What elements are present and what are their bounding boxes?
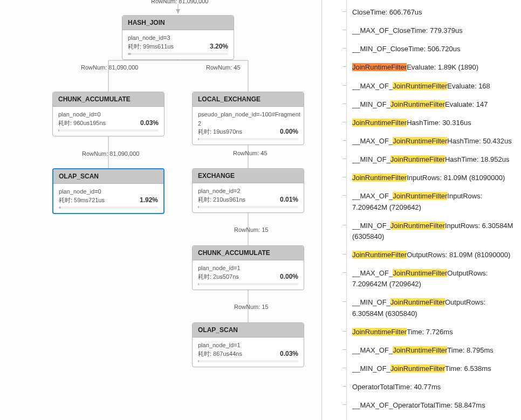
edge-label-chunk-left: RowNum: 81,090,000	[82, 150, 139, 157]
node-time: 耗时: 59ms721us	[59, 196, 105, 204]
progress-fill	[198, 206, 199, 208]
metric-item[interactable]: __MIN_OF_CloseTime: 506.720us	[337, 40, 521, 58]
node-title: OLAP_SCAN	[53, 169, 163, 184]
highlight-token: JoinRuntimeFilter	[393, 82, 447, 90]
highlight-token: JoinRuntimeFilter	[390, 298, 445, 306]
node-title: CHUNK_ACCUMULATE	[53, 92, 164, 107]
node-title: LOCAL_EXCHANGE	[193, 92, 304, 107]
edge-label-hj-right: RowNum: 45	[206, 64, 241, 71]
svg-marker-1	[176, 9, 180, 13]
edge-label-top: RowNum: 81,090,000	[151, 0, 208, 4]
node-pct: 0.00%	[280, 273, 298, 280]
metric-item[interactable]: JoinRuntimeFilterHashTime: 30.316us	[337, 114, 521, 132]
metric-item[interactable]: JoinRuntimeFilterOutputRows: 81.09M (810…	[337, 246, 521, 264]
metric-item[interactable]: CloseTime: 606.767us	[337, 3, 521, 22]
highlight-token: JoinRuntimeFilter	[393, 137, 447, 145]
metric-item[interactable]: __MAX_OF_OperatorTotalTime: 58.847ms	[337, 396, 521, 415]
node-sub: pseudo_plan_node_id=-100#Fragment 2	[198, 110, 298, 128]
highlight-token: JoinRuntimeFilter	[352, 328, 407, 336]
progress-fill	[128, 53, 131, 55]
node-pct: 0.03%	[280, 350, 298, 357]
highlight-token: JoinRuntimeFilter	[393, 192, 447, 200]
node-title: HASH_JOIN	[122, 16, 234, 30]
node-pct: 0.01%	[280, 196, 298, 203]
node-title: EXCHANGE	[193, 169, 304, 183]
highlight-token: JoinRuntimeFilter	[393, 269, 447, 277]
metric-item[interactable]: __MAX_OF_CloseTime: 779.379us	[337, 22, 521, 40]
progress-fill	[58, 129, 59, 132]
node-hash-join[interactable]: HASH_JOIN plan_node_id=3 耗时: 99ms611us 3…	[122, 15, 234, 60]
metric-item[interactable]: JoinRuntimeFilterEvaluate: 1.89K (1890)	[337, 58, 521, 77]
node-time: 耗时: 2us507ns	[198, 273, 239, 281]
metric-item[interactable]: __MIN_OF_JoinRuntimeFilterHashTime: 18.9…	[337, 150, 521, 169]
node-olap-scan-left[interactable]: OLAP_SCAN plan_node_id=0 耗时: 59ms721us 1…	[52, 168, 164, 214]
highlight-token: JoinRuntimeFilter	[393, 346, 447, 354]
metrics-list: CloseTime: 606.767us__MAX_OF_CloseTime: …	[337, 3, 521, 420]
node-time: 耗时: 960us195ns	[58, 119, 106, 127]
highlight-token: JoinRuntimeFilter	[390, 155, 445, 163]
node-exchange[interactable]: EXCHANGE plan_node_id=2 耗时: 210us961ns 0…	[192, 168, 304, 213]
metric-item[interactable]: __MIN_OF_OperatorTotalTime: 28.792ms	[337, 415, 521, 420]
metric-item[interactable]: OperatorTotalTime: 40.77ms	[337, 378, 521, 396]
node-pct: 3.20%	[210, 43, 228, 50]
metric-item[interactable]: __MAX_OF_JoinRuntimeFilterInputRows: 7.2…	[337, 187, 521, 216]
progress-fill	[198, 360, 199, 362]
node-olap-scan-right[interactable]: OLAP_SCAN plan_node_id=1 耗时: 867us44ns 0…	[192, 322, 304, 367]
metric-item[interactable]: __MAX_OF_JoinRuntimeFilterHashTime: 50.4…	[337, 132, 521, 150]
edge-label-exchange: RowNum: 15	[234, 226, 269, 233]
metric-item[interactable]: JoinRuntimeFilterTime: 7.726ms	[337, 323, 521, 341]
metric-item[interactable]: __MAX_OF_JoinRuntimeFilterTime: 8.795ms	[337, 341, 521, 360]
node-sub: plan_node_id=1	[198, 341, 298, 350]
edge-label-hj-left: RowNum: 81,090,000	[81, 64, 138, 71]
node-local-exchange[interactable]: LOCAL_EXCHANGE pseudo_plan_node_id=-100#…	[192, 92, 304, 145]
node-sub: plan_node_id=3	[128, 33, 228, 43]
node-title: CHUNK_ACCUMULATE	[193, 246, 304, 260]
edge-label-localex: RowNum: 45	[233, 150, 268, 156]
vertical-rule	[346, 0, 347, 420]
highlight-token: JoinRuntimeFilter	[352, 251, 407, 259]
node-sub: plan_node_id=2	[198, 187, 298, 196]
node-sub: plan_node_id=0	[59, 187, 158, 196]
metric-item[interactable]: __MIN_OF_JoinRuntimeFilterOutputRows: 6.…	[337, 293, 521, 322]
node-sub: plan_node_id=0	[58, 110, 159, 119]
progress-fill	[198, 138, 199, 140]
progress-fill	[198, 283, 199, 285]
node-time: 耗时: 210us961ns	[198, 196, 245, 204]
node-title: OLAP_SCAN	[193, 323, 304, 338]
node-pct: 0.00%	[280, 128, 298, 135]
metrics-pane[interactable]: CloseTime: 606.767us__MAX_OF_CloseTime: …	[322, 0, 521, 420]
node-time: 耗时: 19us970ns	[198, 128, 242, 136]
metric-item[interactable]: __MAX_OF_JoinRuntimeFilterOutputRows: 7.…	[337, 264, 521, 293]
highlight-token: JoinRuntimeFilter	[352, 174, 407, 182]
node-pct: 1.92%	[140, 196, 158, 204]
highlight-token: JoinRuntimeFilter	[390, 364, 445, 373]
metric-item[interactable]: JoinRuntimeFilterInputRows: 81.09M (8109…	[337, 169, 521, 187]
highlight-token: JoinRuntimeFilter	[352, 119, 407, 127]
metric-item[interactable]: __MIN_OF_JoinRuntimeFilterTime: 6.538ms	[337, 360, 521, 378]
node-time: 耗时: 867us44ns	[198, 350, 242, 358]
node-time: 耗时: 99ms611us	[128, 43, 174, 51]
highlight-token: JoinRuntimeFilter	[390, 100, 445, 108]
edge-label-chunk-right: RowNum: 15	[234, 304, 269, 310]
node-sub: plan_node_id=1	[198, 264, 298, 273]
node-pct: 0.03%	[140, 119, 159, 127]
metric-item[interactable]: __MIN_OF_JoinRuntimeFilterEvaluate: 147	[337, 95, 521, 114]
node-chunk-accumulate-right[interactable]: CHUNK_ACCUMULATE plan_node_id=1 耗时: 2us5…	[192, 245, 304, 290]
metric-item[interactable]: __MIN_OF_JoinRuntimeFilterInputRows: 6.3…	[337, 217, 521, 246]
plan-diagram-pane[interactable]: RowNum: 81,090,000 HASH_JOIN plan_node_i…	[0, 0, 322, 420]
highlight-token: JoinRuntimeFilter	[352, 63, 407, 71]
progress-fill	[59, 206, 61, 209]
metric-item[interactable]: __MAX_OF_JoinRuntimeFilterEvaluate: 168	[337, 77, 521, 95]
highlight-token: JoinRuntimeFilter	[390, 222, 445, 230]
node-chunk-accumulate-left[interactable]: CHUNK_ACCUMULATE plan_node_id=0 耗时: 960u…	[52, 92, 164, 136]
